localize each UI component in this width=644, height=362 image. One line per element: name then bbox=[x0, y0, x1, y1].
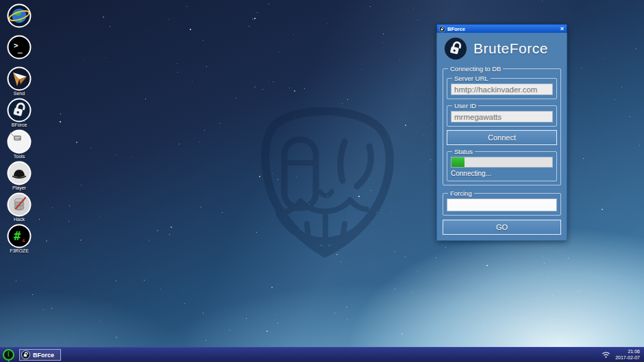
anonymous-mask-watermark bbox=[242, 104, 412, 263]
user-id-group: User ID bbox=[447, 102, 557, 127]
hack-icon[interactable] bbox=[7, 192, 32, 217]
status-label: Status bbox=[452, 148, 475, 155]
browser-icon[interactable] bbox=[7, 3, 32, 28]
go-button[interactable]: GO bbox=[443, 220, 561, 235]
connect-button[interactable]: Connect bbox=[447, 130, 557, 145]
svg-text:4: 4 bbox=[22, 238, 25, 244]
window-body: BruteForce Connecting to DB Server URL U… bbox=[436, 33, 567, 241]
close-icon[interactable]: × bbox=[560, 26, 564, 32]
forcing-label: Forcing bbox=[448, 190, 474, 197]
taskbar-clock[interactable]: 21:06 2017-02-07 bbox=[615, 349, 640, 361]
window-titlebar-icon bbox=[439, 26, 445, 32]
bruteforce-logo-icon bbox=[444, 37, 467, 60]
server-url-label: Server URL bbox=[452, 75, 491, 82]
app-header: BruteForce bbox=[443, 35, 561, 64]
server-url-group: Server URL bbox=[447, 75, 557, 99]
tools-icon[interactable] bbox=[7, 129, 32, 154]
matrix-icon[interactable]: # 4 bbox=[7, 224, 32, 248]
hack-icon-label: Hack bbox=[14, 217, 25, 222]
clock-date: 2017-02-07 bbox=[615, 355, 640, 361]
start-button[interactable]: ( ) bbox=[3, 349, 14, 361]
desktop-icon-column: > _ Send bbox=[4, 3, 34, 255]
player-icon-label: Player bbox=[12, 185, 26, 190]
window-title: BForce bbox=[447, 26, 465, 32]
bforce-icon-label: BForce bbox=[12, 122, 27, 127]
status-group: Status Connecting... bbox=[447, 148, 557, 181]
progress-bar-fill bbox=[451, 157, 465, 167]
progress-bar bbox=[451, 157, 553, 168]
send-icon[interactable] bbox=[7, 66, 32, 91]
taskbar-item-bforce[interactable]: BForce bbox=[19, 349, 61, 361]
user-id-input[interactable] bbox=[451, 111, 553, 122]
send-icon-label: Send bbox=[14, 91, 25, 96]
connecting-to-db-label: Connecting to DB bbox=[448, 65, 503, 73]
status-text: Connecting... bbox=[451, 170, 553, 177]
connecting-to-db-group: Connecting to DB Server URL User ID Conn… bbox=[443, 65, 561, 185]
player-icon[interactable] bbox=[7, 161, 32, 185]
bforce-icon[interactable] bbox=[7, 98, 32, 122]
clock-time: 21:06 bbox=[615, 349, 640, 355]
forcing-input[interactable] bbox=[447, 198, 557, 211]
bruteforce-window: BForce × BruteForce Connecting to DB Ser… bbox=[436, 24, 567, 241]
taskbar-bforce-icon bbox=[21, 350, 30, 359]
system-tray: 21:06 2017-02-07 bbox=[602, 349, 640, 361]
desktop: > _ Send bbox=[0, 0, 644, 362]
forcing-group: Forcing bbox=[443, 190, 561, 216]
console-icon[interactable]: > _ bbox=[7, 35, 32, 60]
matrix-icon-label: F3ROZE bbox=[10, 248, 29, 253]
user-id-label: User ID bbox=[452, 102, 478, 109]
app-title: BruteForce bbox=[473, 40, 548, 57]
tools-icon-label: Tools bbox=[14, 154, 25, 159]
svg-text:_: _ bbox=[18, 44, 23, 53]
svg-text:#: # bbox=[14, 229, 21, 243]
window-titlebar[interactable]: BForce × bbox=[436, 24, 567, 33]
server-url-input[interactable] bbox=[451, 83, 553, 95]
taskbar: ( ) BForce 21:06 2017-02-07 bbox=[0, 347, 644, 362]
taskbar-item-label: BForce bbox=[33, 352, 54, 359]
wifi-icon[interactable] bbox=[602, 351, 610, 359]
